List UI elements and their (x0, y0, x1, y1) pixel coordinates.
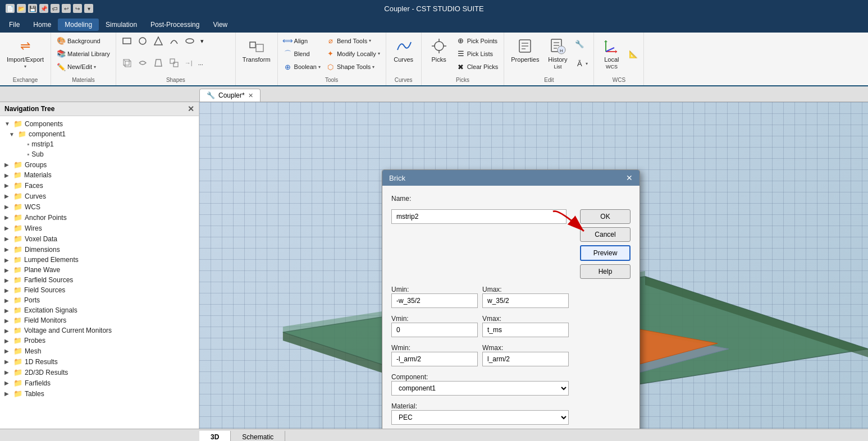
tree-item-ports[interactable]: ▶ 📁 Ports (0, 295, 199, 305)
tree-item-farfield-sources[interactable]: ▶ 📁 Farfield Sources (0, 275, 199, 285)
tree-item-mstrip1[interactable]: ▪ mstrip1 (0, 139, 199, 149)
tree-item-groups[interactable]: ▶ 📁 Groups (0, 159, 199, 170)
more-icon[interactable]: ▾ (84, 4, 93, 13)
shape-sweep-button[interactable] (135, 57, 150, 69)
new-edit-button[interactable]: ✏️ New/Edit ▾ (54, 61, 112, 72)
material-select[interactable]: PEC (391, 410, 569, 425)
shape-loft-button[interactable] (151, 57, 166, 69)
umax-input[interactable] (482, 293, 569, 308)
tree-item-wcs[interactable]: ▶ 📁 WCS (0, 201, 199, 212)
flag-icon[interactable]: 🏷 (51, 4, 60, 13)
pick-lists-button[interactable]: ☰ Pick Lists (454, 48, 501, 59)
save-icon[interactable]: 💾 (28, 4, 37, 13)
cancel-button[interactable]: Cancel (580, 227, 631, 242)
local-wcs-button[interactable]: Local WCS (597, 35, 625, 72)
menu-home[interactable]: Home (26, 19, 58, 31)
shape-extrude-button[interactable] (120, 57, 134, 69)
bend-tools-button[interactable]: ⌀ Bend Tools ▾ (324, 35, 382, 47)
tree-item-excitation[interactable]: ▶ 📁 Excitation Signals (0, 305, 199, 315)
properties-button[interactable]: Properties (508, 35, 542, 65)
tree-item-mesh[interactable]: ▶ 📁 Mesh (0, 346, 199, 356)
tree-item-dimensions[interactable]: ▶ 📁 Dimensions (0, 244, 199, 255)
menu-simulation[interactable]: Simulation (99, 19, 144, 31)
redo-icon[interactable]: ↪ (73, 4, 82, 13)
tree-item-2d-results[interactable]: ▶ 📁 2D/3D Results (0, 367, 199, 378)
shape-arc-button[interactable] (167, 35, 181, 47)
ok-button[interactable]: OK (580, 209, 631, 224)
vmax-input[interactable] (482, 323, 569, 337)
menu-post-processing[interactable]: Post-Processing (144, 19, 206, 31)
tree-item-component1[interactable]: ▼ 📁 component1 (0, 129, 199, 139)
component-select[interactable]: component1 (391, 381, 569, 396)
nav-tree-close-button[interactable]: ✕ (188, 104, 194, 113)
tree-item-1d-results[interactable]: ▶ 📁 1D Results (0, 356, 199, 367)
wmin-input[interactable] (391, 352, 478, 366)
shape-transform-button[interactable] (167, 57, 181, 69)
shape-triangle-button[interactable] (151, 35, 166, 47)
tree-item-curves[interactable]: ▶ 📁 Curves (0, 191, 199, 201)
shape-more2-button[interactable]: ... (196, 58, 205, 67)
tree-item-probes[interactable]: ▶ 📁 Probes (0, 336, 199, 346)
shape-circle-button[interactable] (135, 35, 150, 47)
shape-ellipse-button[interactable] (182, 35, 197, 47)
tree-item-components[interactable]: ▼ 📁 Components (0, 118, 199, 129)
tree-item-faces[interactable]: ▶ 📁 Faces (0, 180, 199, 191)
import-export-button[interactable]: ⇌ Import/Export ▾ (3, 35, 47, 71)
shape-rect-button[interactable] (120, 35, 134, 47)
tree-item-field-sources[interactable]: ▶ 📁 Field Sources (0, 285, 199, 295)
tree-item-tables[interactable]: ▶ 📁 Tables (0, 388, 199, 399)
background-button[interactable]: 🎨 Background (54, 35, 112, 47)
pin-icon[interactable]: 📌 (39, 4, 48, 13)
history-list-button[interactable]: H History List (543, 35, 572, 72)
curves-button[interactable]: Curves (390, 35, 418, 65)
picks-button[interactable]: Picks (425, 35, 453, 65)
tree-item-voxel-data[interactable]: ▶ 📁 Voxel Data (0, 233, 199, 244)
open-file-icon[interactable]: 📂 (17, 4, 26, 13)
align-button[interactable]: ⟺ Align (281, 35, 323, 47)
undo-icon[interactable]: ↩ (62, 4, 71, 13)
tree-item-materials[interactable]: ▶ 📁 Materials (0, 170, 199, 180)
tab-schematic[interactable]: Schematic (231, 431, 285, 442)
ribbon-group-picks-label: Picks (425, 76, 501, 85)
menu-modeling[interactable]: Modeling (58, 19, 99, 31)
umin-input[interactable] (391, 293, 478, 308)
svg-rect-12 (250, 42, 255, 48)
content-area[interactable]: v u w Brick ✕ (199, 102, 868, 429)
tab-3d[interactable]: 3D (199, 431, 231, 442)
tree-item-lumped[interactable]: ▶ 📁 Lumped Elements (0, 255, 199, 265)
shape-more-button[interactable]: ▾ (198, 36, 206, 46)
view-3d[interactable]: v u w Brick ✕ (199, 102, 868, 429)
tree-item-voltage-current[interactable]: ▶ 📁 Voltage and Current Monitors (0, 325, 199, 336)
preview-button[interactable]: Preview (580, 245, 631, 261)
blend-button[interactable]: ⌒ Blend (281, 48, 323, 59)
edit-icon-btn2[interactable]: Ā ▾ (573, 58, 590, 70)
name-input[interactable] (391, 209, 567, 224)
tree-item-farfields[interactable]: ▶ 📁 Farfields (0, 378, 199, 388)
tree-item-wires[interactable]: ▶ 📁 Wires (0, 223, 199, 233)
tree-item-plane-wave[interactable]: ▶ 📁 Plane Wave (0, 265, 199, 275)
shape-tools-button[interactable]: ⬡ Shape Tools ▾ (324, 61, 382, 72)
vmin-input[interactable] (391, 323, 478, 337)
tree-item-anchor-points[interactable]: ▶ 📁 Anchor Points (0, 212, 199, 223)
folder-icon-dimensions: 📁 (13, 245, 22, 254)
wmax-input[interactable] (482, 352, 569, 366)
tab-close-icon[interactable]: ✕ (248, 92, 253, 99)
shape-arrow-button[interactable]: →| (182, 58, 195, 67)
transform-button[interactable]: Transform (239, 35, 274, 65)
material-library-button[interactable]: 📚 Material Library (54, 48, 112, 59)
help-button[interactable]: Help (580, 264, 631, 279)
menu-file[interactable]: File (2, 19, 26, 31)
tab-coupler[interactable]: 🔧 Coupler* ✕ (199, 89, 261, 102)
tree-item-sub[interactable]: ▪ Sub (0, 149, 199, 159)
pick-points-button[interactable]: ⊕ Pick Points (454, 35, 501, 47)
edit-icon-btn1[interactable]: 🔧 (573, 39, 590, 50)
new-file-icon[interactable]: 📄 (6, 4, 15, 13)
clear-picks-button[interactable]: ✖ Clear Picks (454, 61, 501, 72)
menu-view[interactable]: View (206, 19, 234, 31)
boolean-button[interactable]: ⊕ Boolean ▾ (281, 61, 323, 72)
modify-locally-button[interactable]: ✦ Modify Locally ▾ (324, 48, 382, 59)
wcs-icon-btn[interactable]: 📐 (627, 48, 640, 59)
tree-item-field-monitors[interactable]: ▶ 📁 Field Monitors (0, 315, 199, 325)
dialog-title-text: Brick (389, 174, 405, 182)
dialog-close-button[interactable]: ✕ (626, 173, 633, 182)
